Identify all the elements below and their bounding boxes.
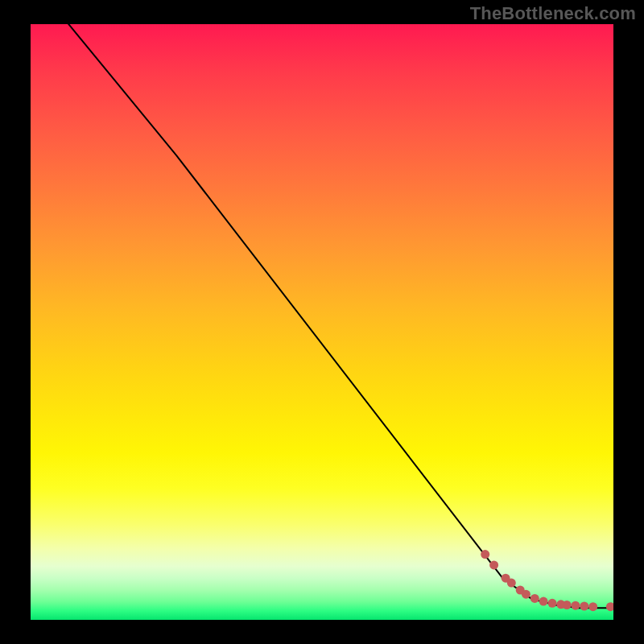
optimal-point	[489, 560, 498, 569]
optimal-point	[539, 597, 548, 606]
optimal-point	[548, 599, 557, 608]
optimal-point	[580, 602, 588, 611]
optimal-point	[588, 602, 597, 611]
optimal-point	[507, 579, 516, 588]
optimal-point	[481, 550, 489, 559]
optimal-point	[563, 601, 572, 609]
optimal-point	[571, 601, 580, 610]
optimal-point	[522, 590, 530, 599]
bottleneck-curve	[54, 24, 613, 608]
watermark-text: TheBottleneck.com	[470, 3, 636, 24]
chart-overlay	[31, 24, 613, 620]
optimal-points-group	[481, 550, 613, 611]
chart-stage: TheBottleneck.com	[0, 0, 644, 644]
optimal-point	[606, 602, 613, 611]
optimal-point	[530, 594, 539, 603]
plot-area	[31, 24, 613, 620]
